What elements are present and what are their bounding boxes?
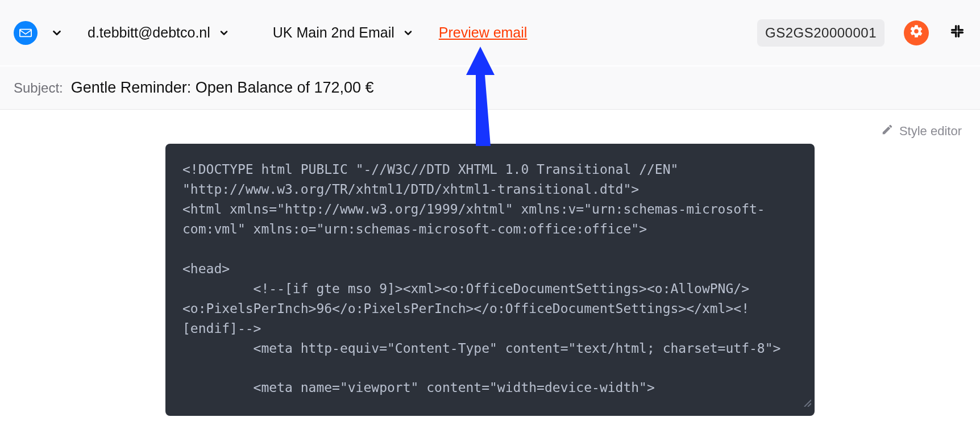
recipient-value: d.tebbitt@debtco.nl — [88, 24, 210, 41]
mail-icon — [14, 21, 38, 45]
code-line: <!DOCTYPE html PUBLIC "-//W3C//DTD XHTML… — [182, 162, 686, 197]
html-source-editor[interactable]: <!DOCTYPE html PUBLIC "-//W3C//DTD XHTML… — [165, 144, 815, 416]
recipient-selector[interactable]: d.tebbitt@debtco.nl — [85, 21, 232, 44]
subject-bar: Subject: Gentle Reminder: Open Balance o… — [0, 66, 980, 110]
template-value: UK Main 2nd Email — [273, 24, 395, 41]
template-selector[interactable]: UK Main 2nd Email — [271, 21, 416, 44]
subject-value[interactable]: Gentle Reminder: Open Balance of 172,00 … — [71, 79, 374, 97]
editor-toolbar: Style editor — [0, 110, 980, 144]
preview-email-link[interactable]: Preview email — [439, 24, 528, 41]
collapse-button[interactable] — [948, 24, 966, 42]
code-line: <meta name="viewport" content="width=dev… — [182, 378, 798, 398]
case-reference-value: GS2GS20000001 — [765, 25, 877, 40]
code-line: <html xmlns="http://www.w3.org/1999/xhtm… — [182, 202, 765, 236]
settings-button[interactable] — [904, 20, 929, 45]
email-composer-topbar: d.tebbitt@debtco.nl UK Main 2nd Email Pr… — [0, 0, 980, 66]
channel-dropdown[interactable] — [49, 25, 65, 41]
code-area: <!DOCTYPE html PUBLIC "-//W3C//DTD XHTML… — [0, 144, 980, 439]
style-editor-button[interactable]: Style editor — [881, 123, 962, 139]
code-line: <o:PixelsPerInch>96</o:PixelsPerInch></o… — [182, 301, 749, 336]
collapse-icon — [949, 23, 965, 43]
case-reference-pill[interactable]: GS2GS20000001 — [757, 19, 885, 47]
resize-handle-icon[interactable] — [802, 393, 811, 412]
subject-label: Subject: — [14, 80, 63, 96]
svg-line-9 — [808, 403, 811, 407]
code-line: <!--[if gte mso 9]><xml><o:OfficeDocumen… — [182, 279, 798, 299]
code-line: <meta http-equiv="Content-Type" content=… — [182, 339, 798, 358]
pencil-icon — [881, 123, 894, 139]
code-line: <head> — [182, 261, 230, 276]
channel-group — [14, 21, 65, 45]
gear-icon — [909, 24, 924, 42]
svg-line-8 — [804, 400, 811, 407]
style-editor-label: Style editor — [899, 124, 962, 139]
